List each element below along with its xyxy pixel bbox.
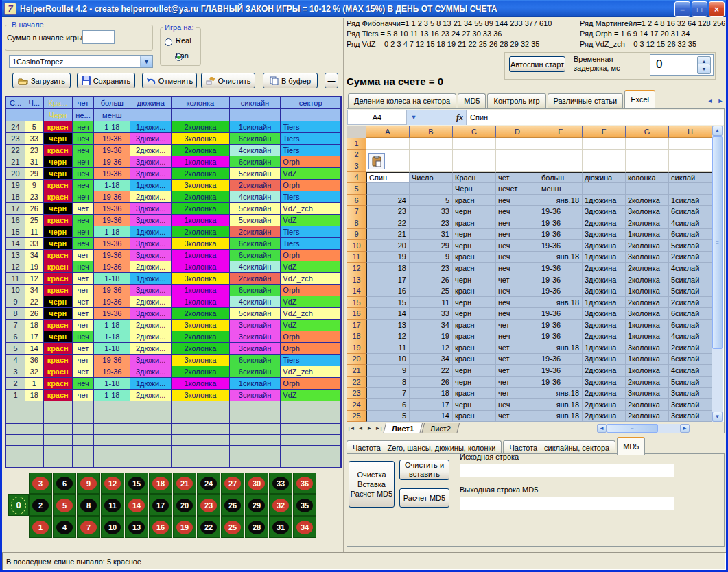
excel-cell[interactable]: 3дюжина bbox=[583, 308, 626, 320]
excel-cell[interactable]: 3дюжина bbox=[583, 240, 626, 252]
dash-button[interactable]: — bbox=[325, 73, 338, 88]
hscroll-right-icon[interactable]: ► bbox=[680, 424, 690, 433]
excel-cell[interactable]: 1дюжина bbox=[583, 195, 626, 206]
excel-cell[interactable]: 2дюжина bbox=[583, 411, 626, 422]
excel-cell[interactable]: 2дюжина bbox=[583, 331, 626, 343]
clear-button[interactable]: Очистить bbox=[201, 73, 255, 88]
excel-cell[interactable]: 3сиклай bbox=[669, 411, 712, 422]
roulette-cell-19[interactable]: 19 bbox=[173, 516, 196, 538]
excel-cell[interactable]: 19-36 bbox=[539, 308, 583, 320]
excel-cell[interactable]: 19-36 bbox=[539, 331, 583, 343]
casino-select[interactable]: 1CasinoTropez ▼ bbox=[9, 55, 153, 68]
hscroll-left-icon[interactable]: ◄ bbox=[597, 424, 607, 433]
excel-cell[interactable]: 2колонка bbox=[626, 240, 669, 252]
excel-cell[interactable]: 3дюжина bbox=[583, 229, 626, 241]
excel-cell[interactable] bbox=[583, 150, 626, 161]
excel-cell[interactable]: 17 bbox=[410, 399, 453, 411]
excel-cell[interactable]: 2дюжина bbox=[583, 217, 626, 229]
excel-cell[interactable]: янв.18 bbox=[539, 411, 583, 422]
roulette-cell-18[interactable]: 18 bbox=[149, 473, 172, 494]
excel-cell[interactable]: 2дюжина bbox=[583, 388, 626, 399]
undo-button[interactable]: Отменить bbox=[142, 73, 197, 88]
excel-cell[interactable]: 1сиклай bbox=[669, 195, 712, 206]
tab-bottom-1[interactable]: Частота - сиклайны, сектора bbox=[503, 440, 615, 455]
excel-cell[interactable]: 15 bbox=[366, 297, 410, 309]
excel-cell[interactable]: янв.18 bbox=[539, 388, 583, 399]
excel-cell[interactable]: 23 bbox=[410, 217, 453, 229]
excel-cell[interactable]: 4сиклай bbox=[669, 217, 712, 229]
excel-cell[interactable]: 23 bbox=[366, 206, 410, 217]
excel-cell[interactable]: 34 bbox=[410, 320, 453, 331]
tab-main-1[interactable]: MD5 bbox=[458, 93, 486, 108]
radio-real[interactable] bbox=[165, 38, 172, 46]
excel-row-header-5[interactable]: 5 bbox=[347, 183, 366, 195]
excel-cell[interactable]: чет bbox=[496, 377, 539, 388]
minimize-button[interactable]: – bbox=[674, 1, 690, 17]
sheet-prev-icon[interactable]: ◄ bbox=[356, 425, 365, 431]
excel-row-header-22[interactable]: 22 bbox=[347, 377, 366, 388]
excel-cell[interactable]: 12 bbox=[410, 342, 453, 354]
excel-cell[interactable]: неч bbox=[496, 206, 539, 217]
paste-options-button[interactable] bbox=[368, 153, 385, 169]
excel-cell[interactable]: черн bbox=[453, 240, 496, 252]
excel-cell[interactable]: красн bbox=[453, 411, 496, 422]
excel-row-header-7[interactable]: 7 bbox=[347, 206, 366, 217]
excel-cell[interactable]: черн bbox=[453, 206, 496, 217]
roulette-cell-35[interactable]: 35 bbox=[293, 494, 316, 516]
excel-cell[interactable]: красн bbox=[453, 342, 496, 354]
roulette-cell-26[interactable]: 26 bbox=[221, 494, 244, 516]
excel-cell[interactable]: 2дюжина bbox=[583, 365, 626, 377]
excel-cell[interactable]: 19-36 bbox=[539, 263, 583, 274]
excel-cell[interactable]: 6сиклай bbox=[669, 308, 712, 320]
excel-row-header-6[interactable]: 6 bbox=[347, 195, 366, 206]
excel-cell[interactable]: 5сиклай bbox=[669, 274, 712, 286]
excel-row-header-14[interactable]: 14 bbox=[347, 285, 366, 297]
excel-cell[interactable]: неч bbox=[496, 252, 539, 263]
excel-cell[interactable]: 2дюжина bbox=[583, 399, 626, 411]
roulette-cell-21[interactable]: 21 bbox=[173, 473, 196, 494]
copy-to-buffer-button[interactable]: В буфер bbox=[263, 73, 318, 88]
excel-cell[interactable]: 2сиклай bbox=[669, 252, 712, 263]
roulette-cell-28[interactable]: 28 bbox=[245, 516, 268, 538]
excel-col-header-B[interactable]: B bbox=[410, 126, 453, 138]
excel-cell[interactable]: 2колонка bbox=[626, 217, 669, 229]
excel-cell[interactable]: 2колонка bbox=[626, 263, 669, 274]
roulette-cell-5[interactable]: 5 bbox=[53, 494, 76, 516]
excel-cell[interactable]: 33 bbox=[410, 206, 453, 217]
sheet-first-icon[interactable]: |◄ bbox=[347, 425, 356, 431]
excel-row-header-25[interactable]: 25 bbox=[347, 411, 366, 422]
excel-cell[interactable]: 19-36 bbox=[539, 240, 583, 252]
excel-cell[interactable]: 2колонка bbox=[626, 399, 669, 411]
excel-row-header-10[interactable]: 10 bbox=[347, 240, 366, 252]
excel-cell[interactable]: красн bbox=[453, 263, 496, 274]
excel-cell[interactable]: 5сиклай bbox=[669, 377, 712, 388]
excel-cell[interactable] bbox=[539, 138, 583, 150]
chevron-down-icon[interactable]: ▼ bbox=[140, 56, 152, 67]
excel-cell[interactable]: 3колонка bbox=[626, 342, 669, 354]
md5-clear-paste-calc-button[interactable]: Очистка Вставка Расчет MD5 bbox=[349, 461, 395, 508]
excel-cell[interactable]: чет bbox=[496, 388, 539, 399]
hscroll-thumb[interactable]: ≡ bbox=[607, 424, 658, 433]
excel-cell[interactable]: 19-36 bbox=[539, 320, 583, 331]
excel-cell[interactable]: 19-36 bbox=[539, 229, 583, 241]
excel-cell[interactable]: красн bbox=[453, 320, 496, 331]
excel-cell[interactable]: 13 bbox=[366, 320, 410, 331]
excel-cell[interactable]: 26 bbox=[410, 274, 453, 286]
roulette-cell-23[interactable]: 23 bbox=[197, 494, 220, 516]
excel-cell[interactable]: Красн bbox=[453, 172, 496, 184]
excel-cell[interactable]: 3дюжина bbox=[583, 320, 626, 331]
excel-col-header-D[interactable]: D bbox=[496, 126, 539, 138]
excel-cell[interactable]: 2колонка bbox=[626, 297, 669, 309]
excel-cell[interactable]: неч bbox=[496, 240, 539, 252]
excel-cell[interactable]: неч bbox=[496, 308, 539, 320]
excel-cell[interactable] bbox=[583, 160, 626, 172]
autospin-start-button[interactable]: Автоспин старт bbox=[509, 56, 565, 72]
excel-cell[interactable]: 1дюжина bbox=[583, 297, 626, 309]
excel-cell[interactable]: 2колонка bbox=[626, 195, 669, 206]
excel-cell[interactable]: 4сиклай bbox=[669, 331, 712, 343]
excel-cell[interactable]: черн bbox=[453, 308, 496, 320]
excel-cell[interactable]: янв.18 bbox=[539, 195, 583, 206]
vscroll-thumb[interactable]: ≡ bbox=[712, 136, 723, 349]
roulette-cell-13[interactable]: 13 bbox=[125, 516, 148, 538]
excel-cell[interactable] bbox=[669, 183, 712, 195]
